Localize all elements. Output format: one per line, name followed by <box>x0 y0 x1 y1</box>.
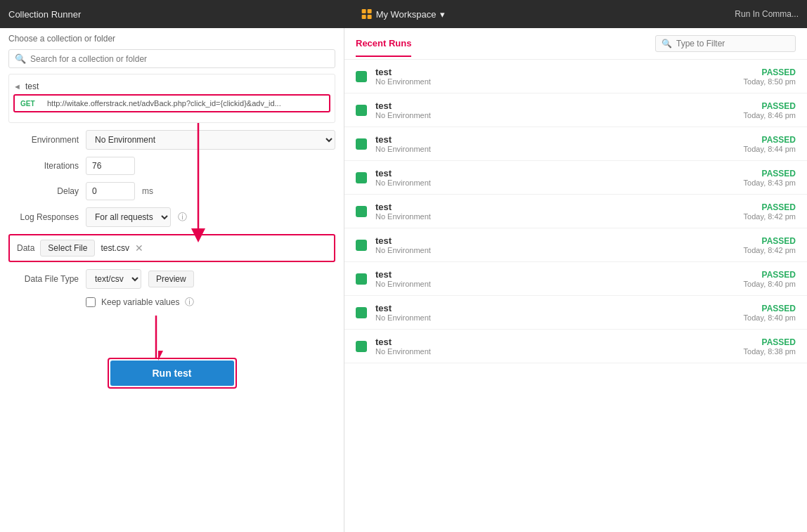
collection-tree-item[interactable]: ◄ test <box>13 79 330 94</box>
iterations-label: Iterations <box>8 161 79 171</box>
run-button-wrapper: Run test <box>108 358 237 389</box>
run-status-badge: PASSED <box>744 101 796 111</box>
request-row[interactable]: GET http://witake.offerstrack.net/advBac… <box>13 94 330 112</box>
keep-variable-checkbox[interactable] <box>86 297 96 307</box>
run-status-badge: PASSED <box>744 169 796 179</box>
request-url: http://witake.offerstrack.net/advBack.ph… <box>47 99 281 108</box>
run-environment: No Environment <box>375 246 735 254</box>
run-status-area: PASSED Today, 8:38 pm <box>744 337 796 356</box>
delay-input[interactable] <box>86 182 135 200</box>
run-item[interactable]: test No Environment PASSED Today, 8:40 p… <box>344 296 807 330</box>
run-name: test <box>375 303 735 313</box>
run-item[interactable]: test No Environment PASSED Today, 8:40 p… <box>344 262 807 296</box>
filter-input[interactable] <box>676 39 789 48</box>
filter-search-icon: 🔍 <box>661 39 672 48</box>
run-time: Today, 8:44 pm <box>744 145 796 153</box>
filter-box[interactable]: 🔍 <box>655 35 796 52</box>
run-item[interactable]: test No Environment PASSED Today, 8:42 p… <box>344 195 807 228</box>
run-info: test No Environment <box>375 67 735 86</box>
run-status-area: PASSED Today, 8:46 pm <box>744 101 796 119</box>
iterations-input[interactable]: 76 <box>86 157 135 175</box>
run-info: test No Environment <box>375 235 735 254</box>
close-file-icon[interactable]: ✕ <box>135 242 143 254</box>
run-time: Today, 8:40 pm <box>744 280 796 288</box>
left-panel: Choose a collection or folder 🔍 ◄ test G… <box>0 28 344 532</box>
environment-select[interactable]: No Environment <box>86 130 335 150</box>
run-item[interactable]: test No Environment PASSED Today, 8:46 p… <box>344 93 807 127</box>
run-item[interactable]: test No Environment PASSED Today, 8:43 p… <box>344 161 807 195</box>
run-time: Today, 8:40 pm <box>744 313 796 322</box>
run-status-badge: PASSED <box>744 270 796 280</box>
run-info: test No Environment <box>375 337 735 356</box>
run-name: test <box>375 235 735 246</box>
run-status-indicator <box>356 341 367 352</box>
run-environment: No Environment <box>375 347 735 356</box>
workspace-label: My Workspace <box>376 9 437 20</box>
run-status-area: PASSED Today, 8:42 pm <box>744 236 796 254</box>
run-name: test <box>375 134 735 145</box>
workspace-chevron-icon: ▾ <box>440 9 445 20</box>
recent-runs-tab[interactable]: Recent Runs <box>356 38 411 57</box>
environment-label: Environment <box>8 135 79 145</box>
run-environment: No Environment <box>375 145 735 153</box>
log-responses-row: Log Responses For all requests ⓘ <box>8 207 335 227</box>
run-status-indicator <box>356 206 367 217</box>
run-environment: No Environment <box>375 179 735 187</box>
run-item[interactable]: test No Environment PASSED Today, 8:38 p… <box>344 330 807 363</box>
data-file-row: Data Select File test.csv ✕ <box>8 234 335 262</box>
run-item[interactable]: test No Environment PASSED Today, 8:42 p… <box>344 228 807 262</box>
run-status-indicator <box>356 71 367 82</box>
run-in-command-label[interactable]: Run In Comma... <box>735 9 799 19</box>
run-status-area: PASSED Today, 8:43 pm <box>744 169 796 187</box>
run-name: test <box>375 269 735 280</box>
run-test-button[interactable]: Run test <box>110 361 234 386</box>
run-time: Today, 8:38 pm <box>744 347 796 356</box>
run-time: Today, 8:46 pm <box>744 111 796 119</box>
data-section: Data Select File test.csv ✕ <box>8 234 335 262</box>
run-name: test <box>375 202 735 212</box>
workspace-selector[interactable]: My Workspace ▾ <box>362 9 446 20</box>
run-environment: No Environment <box>375 313 735 322</box>
run-info: test No Environment <box>375 100 735 119</box>
log-responses-info-icon[interactable]: ⓘ <box>178 211 187 223</box>
search-icon: 🔍 <box>15 53 26 64</box>
keep-variable-label: Keep variable values <box>101 297 179 307</box>
workspace-grid-icon <box>362 9 372 19</box>
keep-variable-row: Keep variable values ⓘ <box>86 296 335 309</box>
run-status-badge: PASSED <box>744 202 796 212</box>
run-status-indicator <box>356 138 367 150</box>
run-info: test No Environment <box>375 303 735 322</box>
app-header: Collection Runner My Workspace ▾ Run In … <box>0 0 807 28</box>
data-file-type-label: Data File Type <box>8 274 79 284</box>
log-responses-select[interactable]: For all requests <box>86 207 171 227</box>
keep-variable-info-icon[interactable]: ⓘ <box>185 296 194 309</box>
preview-button[interactable]: Preview <box>148 271 194 287</box>
delay-row: Delay ms <box>8 182 335 200</box>
select-file-button[interactable]: Select File <box>40 240 95 257</box>
right-panel: Recent Runs 🔍 test No Environment PASSED… <box>344 28 807 532</box>
run-status-badge: PASSED <box>744 304 796 313</box>
collection-name: test <box>25 82 39 91</box>
run-name: test <box>375 67 735 77</box>
run-status-area: PASSED Today, 8:44 pm <box>744 135 796 153</box>
run-item[interactable]: test No Environment PASSED Today, 8:50 p… <box>344 60 807 93</box>
choose-label: Choose a collection or folder <box>8 34 335 44</box>
log-responses-label: Log Responses <box>8 212 79 222</box>
run-info: test No Environment <box>375 202 735 221</box>
search-collection-box[interactable]: 🔍 <box>8 49 335 68</box>
run-info: test No Environment <box>375 134 735 153</box>
run-status-indicator <box>356 105 367 116</box>
run-status-area: PASSED Today, 8:42 pm <box>744 202 796 221</box>
search-collection-input[interactable] <box>30 54 329 64</box>
collection-area: ◄ test GET http://witake.offerstrack.net… <box>8 74 335 123</box>
method-badge: GET <box>20 100 41 108</box>
data-file-type-select[interactable]: text/csv <box>86 269 141 289</box>
run-status-area: PASSED Today, 8:40 pm <box>744 270 796 288</box>
run-status-badge: PASSED <box>744 67 796 77</box>
data-file-type-row: Data File Type text/csv Preview <box>8 269 335 289</box>
run-name: test <box>375 337 735 347</box>
run-info: test No Environment <box>375 168 735 187</box>
run-item[interactable]: test No Environment PASSED Today, 8:44 p… <box>344 127 807 161</box>
run-time: Today, 8:42 pm <box>744 212 796 221</box>
run-environment: No Environment <box>375 280 735 288</box>
